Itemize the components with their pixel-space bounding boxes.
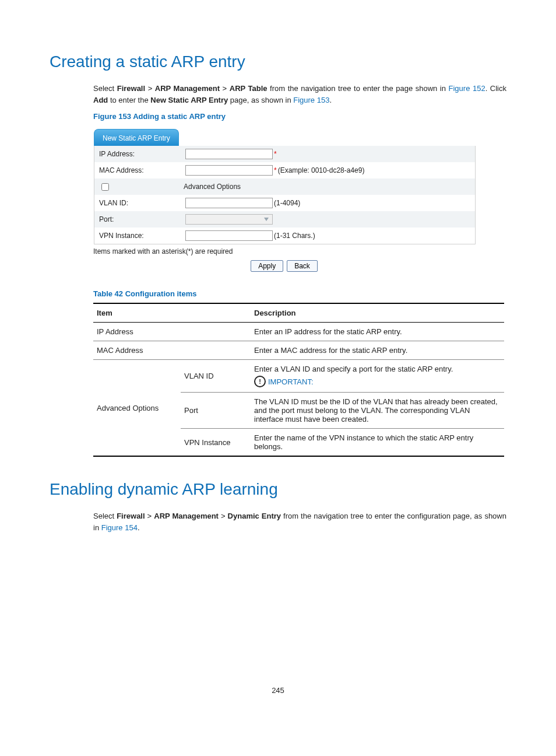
col-header-item: Item	[93, 303, 251, 323]
figure-153-link[interactable]: Figure 153	[293, 96, 329, 104]
figure-153-caption: Figure 153 Adding a static ARP entry	[93, 112, 506, 121]
page-number: 245	[50, 686, 506, 695]
required-note: Items marked with an asterisk(*) are req…	[93, 247, 506, 256]
config-items-table: Item Description IP Address Enter an IP …	[93, 303, 504, 457]
port-label: Port:	[99, 215, 185, 223]
figure-154-link[interactable]: Figure 154	[101, 523, 138, 532]
row-vpn-item: VPN Instance	[181, 429, 251, 457]
row-ip-desc: Enter an IP address for the static ARP e…	[251, 323, 504, 341]
intro-paragraph-2: Select Firewall > ARP Management > Dynam…	[93, 510, 506, 534]
row-advanced-options: Advanced Options	[93, 360, 181, 457]
text: page, as shown in	[228, 96, 293, 104]
row-port-item: Port	[181, 393, 251, 429]
vpn-instance-label: VPN Instance:	[99, 232, 185, 240]
vlan-desc-text: Enter a VLAN ID and specify a port for t…	[254, 365, 501, 373]
arp-table-crumb: ARP Table	[230, 84, 268, 93]
ip-address-input[interactable]	[185, 149, 273, 159]
text: . Click	[485, 84, 506, 93]
ip-address-label: IP Address:	[99, 150, 185, 158]
text: Select	[93, 84, 117, 93]
row-port-desc: The VLAN ID must be the ID of the VLAN t…	[251, 393, 504, 429]
arp-mgmt-crumb: ARP Management	[154, 512, 219, 520]
text: .	[329, 96, 332, 104]
text: to enter the	[108, 96, 150, 104]
vlan-id-input[interactable]	[185, 198, 273, 208]
important-label: IMPORTANT:	[268, 377, 314, 386]
new-entry-label: New Static ARP Entry	[150, 96, 228, 104]
mac-address-label: MAC Address:	[99, 166, 185, 174]
text: Select	[93, 512, 117, 520]
text: from the navigation tree to enter the pa…	[268, 84, 449, 93]
vpn-instance-input[interactable]	[185, 230, 273, 241]
mac-address-input[interactable]	[185, 165, 273, 176]
figure-152-link[interactable]: Figure 152	[449, 84, 485, 93]
required-star: *	[274, 166, 277, 174]
text: >	[145, 84, 155, 93]
row-vlan-desc: Enter a VLAN ID and specify a port for t…	[251, 360, 504, 393]
port-select[interactable]	[185, 214, 273, 225]
required-star: *	[274, 150, 277, 158]
firewall-crumb: Firewall	[117, 512, 145, 520]
section-heading-enabling: Enabling dynamic ARP learning	[50, 480, 506, 499]
back-button[interactable]: Back	[287, 260, 318, 272]
dynamic-entry-crumb: Dynamic Entry	[228, 512, 281, 520]
chevron-down-icon	[264, 218, 269, 221]
advanced-options-checkbox[interactable]	[101, 183, 109, 191]
add-label: Add	[93, 96, 108, 104]
apply-button[interactable]: Apply	[251, 260, 283, 272]
arp-form-screenshot: New Static ARP Entry IP Address: * MAC A…	[93, 124, 476, 245]
text: >	[219, 512, 228, 520]
arp-mgmt-crumb: ARP Management	[155, 84, 220, 93]
firewall-crumb: Firewall	[117, 84, 145, 93]
text: .	[138, 523, 140, 532]
text: >	[220, 84, 230, 93]
row-vpn-desc: Enter the name of the VPN instance to wh…	[251, 429, 504, 457]
row-vlan-item: VLAN ID	[181, 360, 251, 393]
advanced-options-label: Advanced Options	[184, 183, 241, 191]
vpn-hint: (1-31 Chars.)	[274, 232, 315, 240]
vlan-id-label: VLAN ID:	[99, 199, 185, 207]
mac-hint: (Example: 0010-dc28-a4e9)	[278, 166, 365, 174]
intro-paragraph-1: Select Firewall > ARP Management > ARP T…	[93, 83, 506, 106]
section-heading-creating: Creating a static ARP entry	[50, 52, 506, 71]
table-42-caption: Table 42 Configuration items	[93, 289, 506, 298]
vlan-hint: (1-4094)	[274, 199, 300, 207]
row-mac-desc: Enter a MAC address for the static ARP e…	[251, 341, 504, 360]
row-ip-item: IP Address	[93, 323, 251, 341]
row-mac-item: MAC Address	[93, 341, 251, 360]
text: >	[145, 512, 154, 520]
form-tab: New Static ARP Entry	[94, 129, 179, 146]
col-header-desc: Description	[251, 303, 504, 323]
important-icon: !	[254, 376, 266, 387]
